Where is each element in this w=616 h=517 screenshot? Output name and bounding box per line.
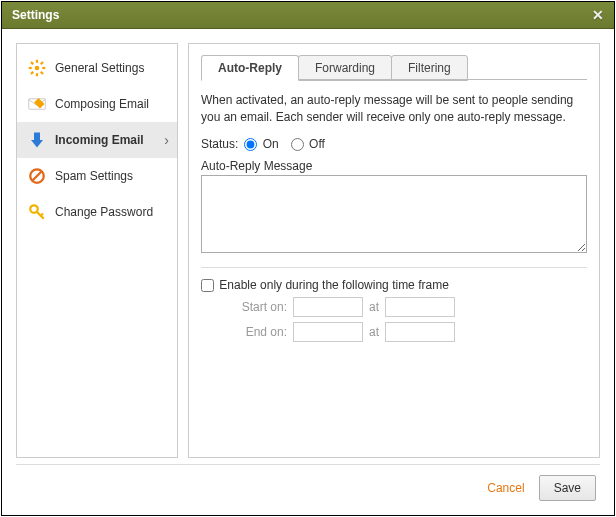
sidebar-item-composing[interactable]: Composing Email bbox=[17, 86, 177, 122]
svg-line-5 bbox=[31, 62, 33, 64]
end-date-input[interactable] bbox=[293, 322, 363, 342]
end-time-input[interactable] bbox=[385, 322, 455, 342]
status-on-radio[interactable] bbox=[244, 138, 257, 151]
tab-forwarding[interactable]: Forwarding bbox=[298, 55, 392, 81]
cancel-button[interactable]: Cancel bbox=[487, 481, 524, 495]
tab-filtering[interactable]: Filtering bbox=[391, 55, 468, 81]
window-title: Settings bbox=[12, 8, 59, 22]
sidebar-item-label: Incoming Email bbox=[55, 133, 144, 147]
sidebar-item-spam[interactable]: Spam Settings bbox=[17, 158, 177, 194]
at-label-1: at bbox=[369, 300, 379, 314]
gear-icon bbox=[27, 58, 47, 78]
main-panel: Auto-Reply Forwarding Filtering When act… bbox=[188, 43, 600, 458]
key-icon bbox=[27, 202, 47, 222]
svg-line-13 bbox=[33, 172, 42, 181]
tab-strip: Auto-Reply Forwarding Filtering bbox=[201, 54, 587, 80]
at-label-2: at bbox=[369, 325, 379, 339]
sidebar-item-label: General Settings bbox=[55, 61, 144, 75]
auto-reply-message-input[interactable] bbox=[201, 175, 587, 253]
sidebar: General Settings Composing Email Incomin… bbox=[16, 43, 178, 458]
start-label: Start on: bbox=[227, 300, 287, 314]
compose-icon bbox=[27, 94, 47, 114]
svg-line-7 bbox=[31, 72, 33, 74]
start-date-input[interactable] bbox=[293, 297, 363, 317]
footer: Cancel Save bbox=[2, 465, 614, 515]
status-on-text: On bbox=[263, 137, 279, 151]
end-row: End on: at bbox=[227, 322, 587, 342]
timeframe-section: Enable only during the following time fr… bbox=[201, 278, 587, 347]
tab-auto-reply[interactable]: Auto-Reply bbox=[201, 55, 299, 81]
divider bbox=[201, 267, 587, 268]
settings-window: Settings ✕ General Settings Composing Em… bbox=[1, 1, 615, 516]
svg-marker-11 bbox=[31, 140, 43, 148]
status-row: Status: On Off bbox=[201, 137, 587, 151]
timeframe-checkbox[interactable] bbox=[201, 279, 214, 292]
close-icon[interactable]: ✕ bbox=[592, 8, 604, 22]
auto-reply-description: When activated, an auto-reply message wi… bbox=[201, 92, 587, 127]
sidebar-item-label: Change Password bbox=[55, 205, 153, 219]
window-body: General Settings Composing Email Incomin… bbox=[2, 29, 614, 464]
end-label: End on: bbox=[227, 325, 287, 339]
status-off-text: Off bbox=[309, 137, 325, 151]
sidebar-item-password[interactable]: Change Password bbox=[17, 194, 177, 230]
titlebar: Settings ✕ bbox=[2, 2, 614, 29]
block-icon bbox=[27, 166, 47, 186]
download-arrow-icon bbox=[27, 130, 47, 150]
message-label: Auto-Reply Message bbox=[201, 159, 587, 173]
sidebar-item-general[interactable]: General Settings bbox=[17, 50, 177, 86]
start-time-input[interactable] bbox=[385, 297, 455, 317]
svg-point-0 bbox=[35, 66, 40, 71]
save-button[interactable]: Save bbox=[539, 475, 596, 501]
sidebar-item-incoming[interactable]: Incoming Email bbox=[17, 122, 177, 158]
timeframe-label: Enable only during the following time fr… bbox=[219, 278, 448, 292]
svg-line-8 bbox=[41, 62, 43, 64]
status-off-option[interactable]: Off bbox=[291, 137, 325, 151]
svg-rect-10 bbox=[34, 133, 40, 141]
svg-line-16 bbox=[41, 214, 43, 216]
timeframe-toggle[interactable]: Enable only during the following time fr… bbox=[201, 278, 449, 292]
status-label: Status: bbox=[201, 137, 238, 151]
svg-line-6 bbox=[41, 72, 43, 74]
sidebar-item-label: Composing Email bbox=[55, 97, 149, 111]
sidebar-item-label: Spam Settings bbox=[55, 169, 133, 183]
status-off-radio[interactable] bbox=[291, 138, 304, 151]
start-row: Start on: at bbox=[227, 297, 587, 317]
status-on-option[interactable]: On bbox=[244, 137, 278, 151]
